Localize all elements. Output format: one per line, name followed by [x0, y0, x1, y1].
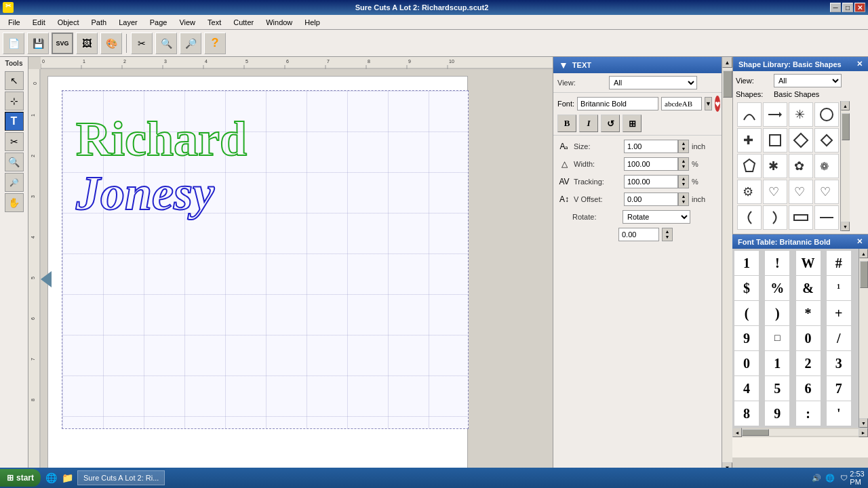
width-input[interactable]: [624, 157, 678, 171]
view-select[interactable]: All: [609, 76, 697, 89]
shape-heart1[interactable]: ♡: [763, 180, 787, 204]
width-spin-up[interactable]: ▲: [682, 159, 686, 164]
shape-bracket-r[interactable]: [763, 205, 787, 230]
font-char-4[interactable]: 4: [734, 376, 759, 401]
font-table-scroll-down[interactable]: ▼: [859, 418, 868, 428]
tracking-spin-down[interactable]: ▼: [682, 182, 686, 187]
font-char-9[interactable]: 9: [734, 326, 759, 350]
font-char-paren-l[interactable]: (: [734, 301, 759, 325]
zoom-button[interactable]: 🔎: [180, 33, 201, 54]
shape-circle[interactable]: [814, 102, 839, 127]
shape-flower[interactable]: ✿: [789, 154, 813, 178]
scrollbar-thumb[interactable]: [723, 70, 732, 98]
shape-starburst[interactable]: ✱: [763, 154, 787, 178]
select-tool[interactable]: ↖: [5, 71, 24, 90]
tracking-spin-up[interactable]: ▲: [682, 176, 686, 182]
menu-text[interactable]: Text: [202, 17, 226, 28]
font-table-scroll-track[interactable]: [859, 258, 868, 418]
canvas-area[interactable]: 0 1 2 3 4 5 6 7 8: [28, 57, 553, 473]
size-spin-down[interactable]: ▼: [682, 146, 686, 152]
font-char-2[interactable]: 2: [796, 351, 821, 375]
scrollbar-up-button[interactable]: ▲: [722, 57, 732, 68]
zoom-out-tool[interactable]: 🔎: [5, 173, 24, 192]
text-tool[interactable]: T: [5, 112, 24, 131]
font-char-7[interactable]: 7: [827, 376, 851, 401]
shape-arc[interactable]: [737, 102, 762, 127]
taskbar-window-item[interactable]: Sure Cuts A Lot 2: Ri...: [77, 470, 165, 485]
menu-cutter[interactable]: Cutter: [228, 17, 259, 28]
voffset-spin-down[interactable]: ▼: [682, 199, 686, 205]
width-spin-down[interactable]: ▼: [682, 164, 686, 169]
properties-scrollbar[interactable]: ▲ ▼: [722, 57, 732, 473]
image-format-button[interactable]: ⊞: [623, 115, 642, 132]
font-char-7-like[interactable]: ¹: [827, 276, 851, 300]
canvas-text-richard[interactable]: Richard: [76, 111, 247, 167]
zoom-tool[interactable]: 🔍: [5, 152, 24, 171]
font-char-plus[interactable]: +: [827, 301, 851, 325]
font-table-scroll-left[interactable]: ◄: [732, 428, 742, 437]
menu-file[interactable]: File: [3, 17, 26, 28]
font-table-scroll-thumb[interactable]: [860, 261, 868, 288]
font-char-square[interactable]: □: [765, 326, 789, 350]
scrollbar-track[interactable]: [722, 68, 732, 462]
rotate-select[interactable]: Rotate: [623, 210, 690, 224]
size-spin[interactable]: ▲ ▼: [678, 140, 689, 153]
shape-line[interactable]: [814, 205, 839, 230]
rotate-spin-down[interactable]: ▼: [665, 235, 670, 240]
trace-button[interactable]: 🎨: [100, 33, 122, 54]
shape-gem[interactable]: [737, 154, 762, 178]
voffset-spin[interactable]: ▲ ▼: [678, 192, 689, 206]
cut-button[interactable]: ✂: [131, 33, 153, 54]
shape-library-close[interactable]: ✕: [856, 60, 863, 68]
menu-object[interactable]: Object: [52, 17, 85, 28]
menu-help[interactable]: Help: [299, 17, 326, 28]
font-char-hash[interactable]: #: [827, 251, 851, 275]
tray-icon-1[interactable]: 🔊: [811, 472, 822, 483]
font-char-amp[interactable]: &: [796, 276, 821, 300]
shape-asterisk[interactable]: ✳: [789, 102, 813, 127]
canvas-text-jonesy[interactable]: Jonesy: [76, 165, 214, 222]
font-name-input[interactable]: [577, 97, 658, 110]
font-preview-input[interactable]: [661, 97, 702, 110]
shape-bracket-l[interactable]: [737, 205, 762, 230]
font-char-0b[interactable]: 0: [734, 351, 759, 375]
font-char-0[interactable]: 0: [796, 326, 821, 350]
shape-heart2[interactable]: ♡: [789, 180, 813, 204]
shape-lib-view-select[interactable]: All: [774, 74, 842, 87]
font-table-scrollbar[interactable]: ▲ ▼: [859, 249, 868, 428]
font-char-asterisk[interactable]: *: [796, 301, 821, 325]
close-button[interactable]: ✕: [854, 3, 865, 12]
voffset-spin-up[interactable]: ▲: [682, 194, 686, 199]
start-button[interactable]: ⊞ start: [0, 469, 41, 487]
voffset-input[interactable]: [624, 192, 678, 206]
font-char-6[interactable]: 6: [796, 376, 821, 401]
help-button[interactable]: ?: [204, 33, 226, 54]
knife-tool[interactable]: ✂: [5, 132, 24, 151]
font-table-hscroll-track[interactable]: [742, 429, 859, 436]
pan-tool[interactable]: ✋: [5, 193, 24, 212]
font-char-3[interactable]: 3: [827, 351, 851, 375]
shape-diamond[interactable]: [789, 128, 813, 152]
font-char-5[interactable]: 5: [765, 376, 789, 401]
svg-button[interactable]: SVG: [52, 33, 73, 54]
size-spin-up[interactable]: ▲: [682, 141, 686, 146]
shape-cross[interactable]: ✚: [737, 128, 762, 152]
font-char-slash[interactable]: /: [827, 326, 851, 350]
tracking-input[interactable]: [624, 175, 678, 188]
menu-edit[interactable]: Edit: [27, 17, 51, 28]
font-dropdown-button[interactable]: ▼: [705, 97, 712, 110]
font-char-1b[interactable]: 1: [765, 351, 789, 375]
font-char-1[interactable]: 1: [734, 251, 759, 275]
shape-diamond2[interactable]: [814, 128, 839, 152]
font-table-scroll-right[interactable]: ►: [859, 428, 868, 437]
save-button[interactable]: 💾: [27, 33, 49, 54]
font-table-hscroll-thumb[interactable]: [742, 429, 769, 436]
font-table-scroll-up[interactable]: ▲: [859, 249, 868, 258]
font-table-hscroll[interactable]: ◄ ►: [732, 428, 868, 437]
shape-arrow[interactable]: [763, 102, 787, 127]
shape-gear[interactable]: ⚙: [737, 180, 762, 204]
maximize-button[interactable]: □: [842, 3, 853, 12]
shapes-scroll-down[interactable]: ▼: [841, 222, 850, 231]
shape-flower2[interactable]: ❁: [814, 154, 839, 178]
canvas-content[interactable]: Richard Jonesy: [41, 69, 553, 473]
